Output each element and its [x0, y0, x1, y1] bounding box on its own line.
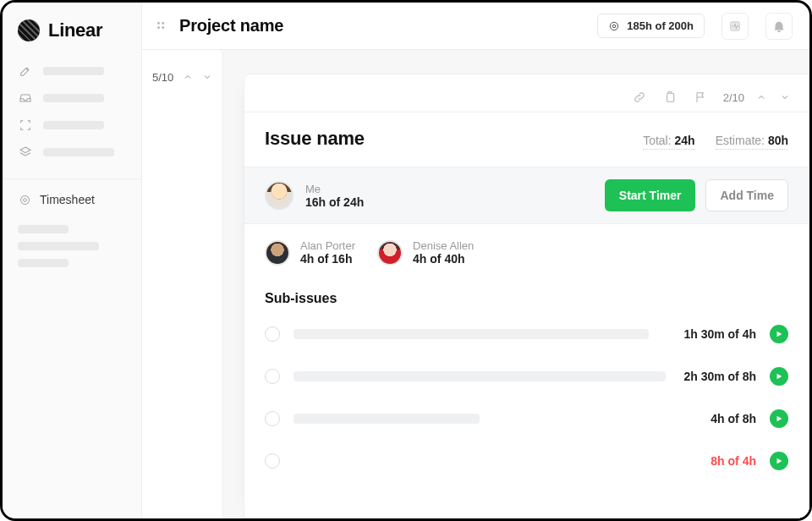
svg-rect-9 [667, 93, 673, 101]
sub-issue-time: 2h 30m of 8h [683, 370, 756, 383]
issue-title: Issue name [265, 128, 365, 150]
edit-icon [18, 63, 33, 79]
contributor-time: 4h of 40h [413, 252, 474, 266]
play-button[interactable] [770, 452, 788, 470]
placeholder-skeleton [18, 259, 69, 267]
placeholder-skeleton [294, 414, 480, 424]
contributor: Denise Allen 4h of 40h [377, 239, 474, 266]
placeholder-skeleton [43, 94, 104, 102]
contributor-name: Alan Porter [300, 239, 355, 252]
budget-pill[interactable]: 185h of 200h [597, 14, 705, 38]
project-title: Project name [179, 16, 283, 36]
me-time: 16h of 24h [305, 195, 364, 209]
sidebar-divider [3, 178, 141, 179]
avatar [377, 240, 403, 266]
app-logo[interactable]: Linear [3, 16, 141, 57]
sidebar: Linear [3, 3, 142, 518]
sidebar-nav [3, 57, 141, 172]
svg-point-1 [23, 198, 26, 201]
link-icon[interactable] [632, 90, 647, 105]
card-pager: 2/10 [723, 90, 792, 104]
linear-logo-icon [18, 19, 40, 41]
sidebar-item-placeholder-4[interactable] [18, 145, 126, 160]
notifications-button[interactable] [765, 13, 793, 40]
svg-point-5 [162, 26, 164, 29]
sidebar-item-placeholder-2[interactable] [18, 90, 126, 106]
main: Project name 185h of 200h 5/10 [142, 3, 809, 518]
app-name: Linear [48, 19, 102, 41]
sub-issue-list: 1h 30m of 4h 2h 30m of 8h 4h of 8h [244, 313, 809, 482]
play-button[interactable] [770, 325, 788, 343]
contributor: Alan Porter 4h of 16h [265, 239, 355, 266]
avatar [265, 181, 294, 210]
svg-point-2 [157, 22, 160, 25]
sub-issue-time: 4h of 8h [710, 412, 756, 425]
sidebar-item-label: Timesheet [40, 193, 95, 206]
timesheet-icon [18, 193, 31, 206]
sub-issue-row[interactable]: 1h 30m of 4h [244, 313, 809, 355]
add-time-button[interactable]: Add Time [705, 179, 788, 211]
estimate-kv[interactable]: Estimate: 80h [716, 134, 788, 150]
app-frame: Linear [0, 0, 812, 521]
svg-point-3 [162, 22, 164, 25]
activity-button[interactable] [721, 13, 749, 40]
total-kv[interactable]: Total: 24h [643, 134, 694, 150]
sub-issues-title: Sub-issues [244, 271, 809, 313]
sub-issue-row[interactable]: 4h of 8h [244, 398, 809, 440]
placeholder-skeleton [43, 121, 104, 129]
start-timer-button[interactable]: Start Timer [605, 179, 696, 211]
drag-grip-icon[interactable] [154, 19, 169, 34]
sub-issue-time: 1h 30m of 4h [683, 327, 756, 341]
avatar [265, 240, 290, 266]
budget-pill-label: 185h of 200h [627, 19, 694, 32]
chevron-up-icon[interactable] [754, 90, 768, 104]
focus-icon [18, 118, 33, 133]
sub-issue-time-over: 8h of 4h [710, 454, 756, 468]
play-button[interactable] [770, 409, 788, 428]
chevron-down-icon[interactable] [778, 90, 792, 104]
flag-icon[interactable] [693, 90, 708, 105]
inbox-icon [18, 90, 33, 106]
play-button[interactable] [770, 367, 788, 386]
chevron-up-icon[interactable] [182, 69, 193, 85]
clipboard-icon[interactable] [662, 90, 678, 105]
me-name: Me [305, 183, 364, 195]
placeholder-skeleton [18, 242, 99, 250]
placeholder-skeleton [18, 225, 69, 233]
sub-issue-row[interactable]: 2h 30m of 8h [244, 355, 809, 398]
card-toolbar: 2/10 [244, 74, 809, 112]
sub-issue-row[interactable]: 8h of 4h [244, 440, 809, 482]
status-circle-icon[interactable] [265, 326, 280, 342]
content: 5/10 2/10 [142, 50, 809, 518]
sidebar-item-placeholder-3[interactable] [18, 118, 126, 133]
svg-point-4 [157, 26, 160, 29]
sidebar-item-timesheet[interactable]: Timesheet [3, 193, 141, 206]
left-pager-strip: 5/10 [142, 50, 223, 518]
card-pager-label: 2/10 [723, 91, 744, 104]
me-row: Me 16h of 24h Start Timer Add Time [244, 167, 809, 224]
sidebar-item-placeholder-1[interactable] [18, 63, 126, 79]
svg-point-0 [20, 195, 29, 204]
contributor-name: Denise Allen [413, 239, 474, 252]
topbar: Project name 185h of 200h [142, 3, 809, 50]
status-circle-icon[interactable] [265, 453, 280, 469]
placeholder-skeleton [294, 329, 649, 339]
left-pager-label: 5/10 [152, 71, 173, 84]
card-header: Issue name Total: 24h Estimate: 80h [244, 112, 809, 167]
svg-point-7 [612, 25, 616, 28]
placeholder-skeleton [43, 67, 104, 75]
layers-icon [18, 145, 33, 160]
svg-point-6 [611, 22, 618, 30]
sidebar-placeholder-stack [3, 206, 141, 286]
status-circle-icon[interactable] [265, 411, 280, 426]
status-circle-icon[interactable] [265, 369, 280, 384]
contributor-time: 4h of 16h [300, 252, 355, 266]
placeholder-skeleton [294, 371, 666, 381]
chevron-down-icon[interactable] [201, 69, 212, 85]
placeholder-skeleton [43, 148, 114, 156]
issue-card: 2/10 Issue name Total: 24h Estimate: [244, 74, 809, 518]
contributors-row: Alan Porter 4h of 16h Denise Allen 4h of… [244, 224, 809, 271]
